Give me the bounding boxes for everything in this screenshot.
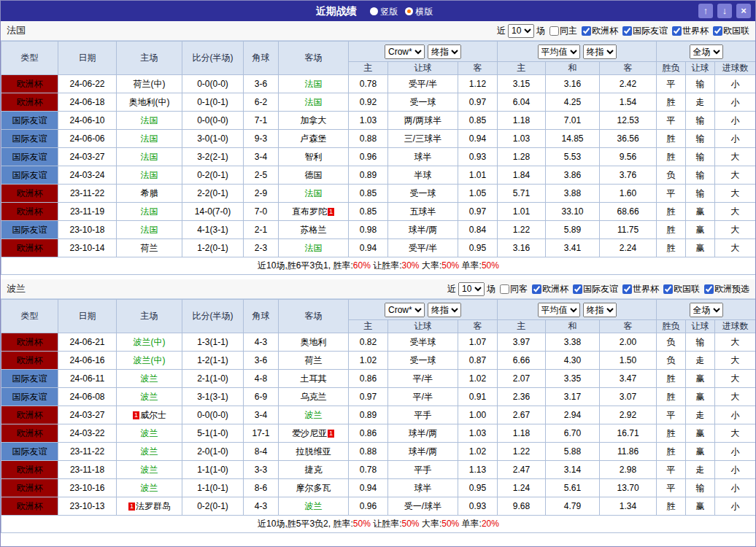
competition-checkbox-label-0[interactable]: 欧洲杯 [577,25,618,37]
date-cell: 24-03-27 [58,148,117,166]
team-label: 拉脱维亚 [296,446,331,457]
title-group: 近期战绩 竖版横版 [1,4,755,18]
match-type-cell: 国际友谊 [1,148,58,166]
scope-select[interactable]: 全场 [690,44,723,59]
handicap-result-cell: 赢 [686,443,715,461]
result-cell: 胜 [657,148,686,166]
match-type-cell: 欧洲杯 [1,333,58,352]
competition-checkbox[interactable] [622,284,632,294]
euro-stage-select[interactable]: 终指 [583,44,617,59]
euro-home-odds: 1.28 [498,148,546,166]
section-bar: 法国近10场同主欧洲杯国际友谊世界杯欧国联 [1,21,755,41]
handicap-home-odds: 0.98 [349,221,388,239]
result-cell: 胜 [657,130,686,148]
average-select[interactable]: 平均值 [538,303,580,317]
home-team-cell: 法国 [117,130,182,148]
score-cell: 3-1(3-1) [182,388,244,406]
team-label: 捷克 [305,465,323,475]
home-team-cell: 波兰 [117,370,182,388]
sub-header-5: 客 [600,62,657,75]
match-type-cell: 欧洲杯 [1,406,58,424]
team-label: 乌克兰 [301,392,327,402]
col-header-5: 客场 [279,42,349,75]
summary-segment: 50% [353,519,371,529]
col-header-4: 角球 [244,42,279,75]
team-label: 希腊 [141,188,158,198]
average-select[interactable]: 平均值 [538,44,580,59]
team-label: 威尔士 [140,410,166,420]
euro-away-odds: 68.66 [600,203,657,221]
result-cell: 胜 [657,388,686,406]
competition-checkbox[interactable] [582,26,591,36]
summary-segment: 近10场,胜6平3负1, 胜率: [258,260,353,271]
odds-stage-select[interactable]: 终指 [428,44,461,59]
euro-draw-odds: 3.17 [546,388,600,406]
handicap-away-odds: 0.97 [458,203,498,221]
view-mode-radio-1[interactable]: 横版 [405,7,433,17]
same-venue-checkbox-label[interactable]: 同客 [495,283,528,295]
euro-away-odds: 3.07 [600,388,657,406]
bookmaker-select[interactable]: Crow* [385,44,425,59]
competition-checkbox-label-0[interactable]: 欧洲杯 [528,283,568,295]
bookmaker-select[interactable]: Crow* [385,303,425,317]
competition-checkbox-label-3[interactable]: 欧国联 [659,283,700,295]
handicap-home-odds: 1.02 [349,352,388,370]
euro-draw-odds: 3.35 [546,370,600,388]
competition-checkbox-label-1[interactable]: 国际友谊 [618,25,668,37]
team-label: 法罗群岛 [136,501,171,511]
same-venue-checkbox[interactable] [500,284,509,294]
competition-checkbox[interactable] [532,284,541,294]
euro-home-odds: 9.68 [498,497,546,516]
odds-stage-select[interactable]: 终指 [428,303,461,317]
sub-header-4: 和 [546,62,600,75]
competition-checkbox-label-4[interactable]: 欧洲预选 [700,283,749,295]
away-team-cell: 荷兰 [279,352,349,370]
competition-checkbox-label-1[interactable]: 国际友谊 [568,283,618,295]
competition-checkbox[interactable] [622,26,632,36]
view-mode-radio-0[interactable]: 竖版 [370,7,398,17]
match-type-cell: 国际友谊 [1,112,58,130]
goals-result-cell: 大 [715,203,756,221]
col-header-2: 主场 [117,42,182,75]
team-label: 智利 [305,152,323,162]
competition-checkbox[interactable] [573,284,582,294]
competition-checkbox-label-3[interactable]: 欧国联 [709,25,749,37]
scroll-down-button[interactable]: ↓ [717,4,732,18]
corner-cell: 2-5 [244,166,279,185]
competition-checkbox[interactable] [713,26,722,36]
handicap-away-odds: 1.05 [458,185,498,203]
scope-select[interactable]: 全场 [690,303,723,317]
handicap-odds-group-header: Crow*终指 [349,300,498,320]
scroll-up-button[interactable]: ↑ [698,4,713,18]
euro-away-odds: 36.56 [600,130,657,148]
competition-checkbox[interactable] [672,26,682,36]
competition-checkbox-label-2[interactable]: 世界杯 [618,283,659,295]
home-team-cell: 希腊 [117,185,182,203]
home-team-cell: 波兰(中) [117,333,182,352]
same-venue-checkbox[interactable] [549,26,559,36]
competition-checkbox[interactable] [663,284,673,294]
close-button[interactable]: × [736,4,751,18]
page-title: 近期战绩 [316,5,357,17]
match-type-cell: 欧洲杯 [1,203,58,221]
euro-stage-select[interactable]: 终指 [583,303,617,317]
euro-away-odds: 1.50 [600,352,657,370]
euro-draw-odds: 3.38 [546,333,600,352]
score-cell: 3-2(2-1) [182,148,244,166]
match-count-select[interactable]: 10 [458,282,485,296]
handicap-home-odds: 0.96 [349,148,388,166]
same-venue-checkbox-label[interactable]: 同主 [545,25,577,37]
match-count-select[interactable]: 10 [508,24,534,38]
euro-home-odds: 2.47 [498,461,546,479]
competition-checkbox-label-2[interactable]: 世界杯 [668,25,709,37]
away-team-cell: 法国 [279,93,349,112]
score-cell: 0-2(0-1) [182,497,244,516]
table-row: 欧洲杯24-06-21波兰(中)1-3(1-1)4-3奥地利0.82受半球1.0… [1,333,756,352]
competition-label: 欧洲杯 [592,25,618,37]
table-row: 欧洲杯24-06-16波兰(中)1-2(1-1)3-6荷兰1.02受一球0.87… [1,352,756,370]
score-cell: 0-0(0-0) [182,112,244,130]
goals-result-cell: 大 [715,239,756,257]
euro-draw-odds: 14.85 [546,130,600,148]
summary-segment: 单率: [459,260,482,271]
competition-checkbox[interactable] [704,284,714,294]
